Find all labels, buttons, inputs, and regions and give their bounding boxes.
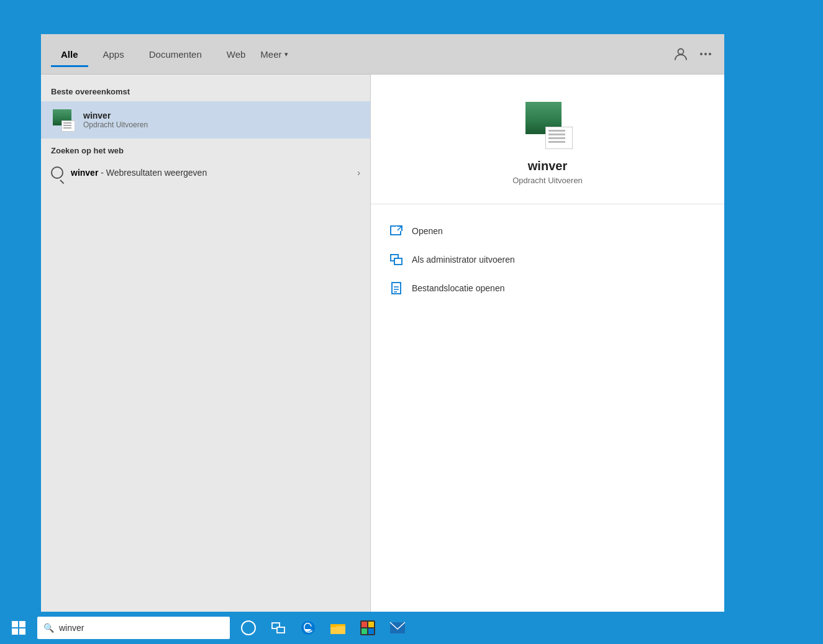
windows-logo <box>12 621 25 635</box>
svg-point-0 <box>678 49 684 55</box>
store-button[interactable] <box>354 614 381 642</box>
tab-apps[interactable]: Apps <box>93 44 134 65</box>
start-button[interactable] <box>2 612 35 644</box>
svg-point-3 <box>709 53 711 55</box>
chevron-right-icon: › <box>357 168 360 178</box>
person-icon[interactable] <box>672 45 689 63</box>
web-search-icon <box>51 166 63 179</box>
result-app-sub: Opdracht Uitvoeren <box>83 120 360 129</box>
action-admin-label: Als administrator uitvoeren <box>412 255 515 265</box>
svg-rect-20 <box>361 622 367 627</box>
taskview-button[interactable] <box>265 614 292 642</box>
right-panel: winver Opdracht Uitvoeren Openen <box>370 75 724 612</box>
open-icon <box>389 224 403 238</box>
explorer-button[interactable] <box>324 614 352 642</box>
svg-rect-23 <box>368 628 374 634</box>
explorer-icon <box>330 621 346 635</box>
tab-documenten[interactable]: Documenten <box>139 44 212 65</box>
action-file-location[interactable]: Bestandslocatie openen <box>389 274 706 302</box>
chevron-down-icon: ▾ <box>284 50 288 58</box>
winver-large-icon <box>523 99 573 149</box>
action-admin[interactable]: Als administrator uitvoeren <box>389 245 706 274</box>
store-icon <box>360 620 375 635</box>
winver-small-icon <box>51 107 76 132</box>
cortana-icon <box>241 620 256 635</box>
action-open[interactable]: Openen <box>389 217 706 245</box>
svg-rect-18 <box>330 624 337 627</box>
taskbar-icons <box>235 614 411 642</box>
detail-app-name: winver <box>528 159 567 173</box>
best-match-item[interactable]: winver Opdracht Uitvoeren <box>41 101 370 138</box>
taskbar-search-box[interactable]: 🔍 <box>37 617 230 639</box>
tab-bar: Alle Apps Documenten Web Meer ▾ <box>41 34 724 75</box>
tab-web[interactable]: Web <box>217 44 256 65</box>
action-open-label: Openen <box>412 226 443 236</box>
web-section: Zoeken op het web winver - Webresultaten… <box>41 143 370 185</box>
svg-rect-22 <box>361 628 367 634</box>
web-result-item[interactable]: winver - Webresultaten weergeven › <box>41 160 370 185</box>
app-detail-header: winver Opdracht Uitvoeren <box>371 75 724 204</box>
svg-rect-21 <box>368 622 374 627</box>
edge-icon <box>300 620 316 636</box>
taskbar-search-icon: 🔍 <box>43 623 54 633</box>
cortana-button[interactable] <box>235 614 262 642</box>
svg-rect-8 <box>394 258 402 265</box>
mail-icon <box>389 622 406 634</box>
svg-rect-14 <box>277 627 284 633</box>
taskview-icon <box>271 622 285 633</box>
action-list: Openen Als administrator uitvoeren <box>371 204 724 315</box>
svg-point-2 <box>704 53 707 55</box>
search-panel: Alle Apps Documenten Web Meer ▾ <box>41 34 724 612</box>
admin-icon <box>389 253 403 266</box>
tab-alle[interactable]: Alle <box>51 44 88 65</box>
taskbar-search-input[interactable] <box>59 623 224 633</box>
mail-button[interactable] <box>384 614 411 642</box>
taskbar: 🔍 <box>0 612 823 644</box>
tab-meer[interactable]: Meer ▾ <box>260 49 288 60</box>
web-result-text: winver - Webresultaten weergeven <box>71 168 357 178</box>
result-app-name: winver <box>83 111 360 120</box>
best-match-title: Beste overeenkomst <box>41 84 370 101</box>
web-section-title: Zoeken op het web <box>41 143 370 160</box>
action-file-label: Bestandslocatie openen <box>412 283 504 293</box>
more-options-icon[interactable] <box>697 45 714 63</box>
detail-app-type: Opdracht Uitvoeren <box>512 176 583 185</box>
svg-point-1 <box>700 53 703 55</box>
file-location-icon <box>389 281 403 295</box>
left-panel: Beste overeenkomst winver Opdrac <box>41 75 370 612</box>
edge-button[interactable] <box>294 614 322 642</box>
